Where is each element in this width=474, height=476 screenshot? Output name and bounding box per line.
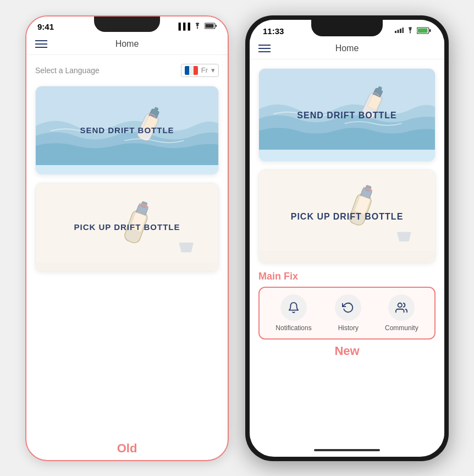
- dropdown-chevron: ▾: [211, 66, 215, 74]
- bottom-nav: Notifications History: [258, 287, 436, 340]
- old-label: Old: [26, 435, 228, 460]
- content-new: SEND DRIFT BOTTLE: [250, 59, 444, 446]
- history-icon: [335, 294, 361, 321]
- top-bar-new: Home: [250, 38, 444, 59]
- signal-icon-new: [395, 28, 404, 34]
- svg-rect-20: [429, 29, 431, 32]
- status-icons-old: ▐▐▐: [176, 23, 217, 31]
- send-card-bg-old: SEND DRIFT BOTTLE: [36, 86, 218, 174]
- notch-new: [311, 20, 383, 36]
- svg-point-18: [410, 32, 411, 34]
- svg-rect-17: [403, 28, 404, 33]
- pick-label-old: PICK UP DRIFT BOTTLE: [74, 222, 180, 232]
- send-card-bg-new: SEND DRIFT BOTTLE: [259, 69, 435, 162]
- pick-card-bg-old: PICK UP DRIFT BOTTLE: [36, 183, 218, 271]
- main-fix-label: Main Fix: [258, 271, 436, 282]
- svg-rect-2: [216, 25, 217, 27]
- notch: [94, 17, 160, 32]
- wifi-icon-new: [406, 27, 415, 35]
- wifi-icon: [193, 23, 202, 31]
- language-selector: Select a Language Fr ▾: [35, 64, 219, 77]
- bell-icon: [280, 294, 307, 321]
- new-phone-inner: 11:33 Home: [250, 20, 444, 457]
- svg-rect-16: [400, 29, 401, 33]
- header-title-old: Home: [115, 39, 139, 49]
- menu-icon-new[interactable]: [258, 45, 271, 52]
- content-old: Select a Language Fr ▾: [26, 55, 228, 435]
- nav-label-community: Community: [385, 324, 418, 332]
- svg-point-32: [398, 303, 402, 307]
- home-bar-line: [314, 449, 380, 451]
- nav-item-notifications[interactable]: Notifications: [275, 294, 311, 332]
- wave-bg-send-new: [259, 69, 435, 150]
- svg-rect-15: [398, 30, 399, 33]
- language-code: Fr: [201, 66, 208, 74]
- time-old: 9:41: [37, 22, 54, 31]
- top-bar-old: Home: [26, 34, 228, 55]
- pick-card-bg-new: PICK UP DRIFT BOTTLE: [259, 170, 435, 263]
- home-bar: [250, 446, 444, 457]
- svg-rect-21: [418, 28, 428, 32]
- nav-label-notifications: Notifications: [275, 324, 311, 332]
- send-label-new: SEND DRIFT BOTTLE: [297, 111, 396, 121]
- svg-rect-3: [206, 24, 214, 28]
- battery-icon-new: [417, 27, 431, 35]
- pick-bottle-card-new[interactable]: PICK UP DRIFT BOTTLE: [258, 169, 436, 263]
- send-bottle-card-new[interactable]: SEND DRIFT BOTTLE: [258, 68, 436, 162]
- new-phone: 11:33 Home: [245, 15, 449, 461]
- menu-icon-old[interactable]: [35, 40, 47, 48]
- old-phone: 9:41 ▐▐▐ Home Select a Language: [25, 15, 229, 461]
- pick-label-new: PICK UP DRIFT BOTTLE: [291, 212, 404, 222]
- new-label: New: [258, 340, 436, 360]
- language-dropdown[interactable]: Fr ▾: [181, 64, 219, 77]
- nav-item-history[interactable]: History: [335, 294, 361, 332]
- time-new: 11:33: [263, 26, 284, 36]
- svg-point-0: [197, 28, 198, 29]
- language-label: Select a Language: [35, 66, 100, 75]
- nav-item-community[interactable]: Community: [385, 294, 418, 332]
- wave-bg-pick-new: [259, 170, 435, 251]
- status-icons-new: [395, 27, 431, 35]
- signal-icon: ▐▐▐: [176, 23, 190, 30]
- flag-fr: [185, 66, 198, 75]
- main-fix-section: Main Fix Notifications: [258, 271, 436, 340]
- community-icon: [388, 294, 415, 321]
- send-bottle-card-old[interactable]: SEND DRIFT BOTTLE: [35, 86, 219, 175]
- pick-bottle-card-old[interactable]: PICK UP DRIFT BOTTLE: [35, 183, 219, 272]
- header-title-new: Home: [335, 43, 359, 53]
- svg-rect-14: [395, 31, 396, 33]
- nav-label-history: History: [338, 324, 359, 332]
- send-label-old: SEND DRIFT BOTTLE: [80, 125, 174, 135]
- battery-icon: [205, 23, 217, 31]
